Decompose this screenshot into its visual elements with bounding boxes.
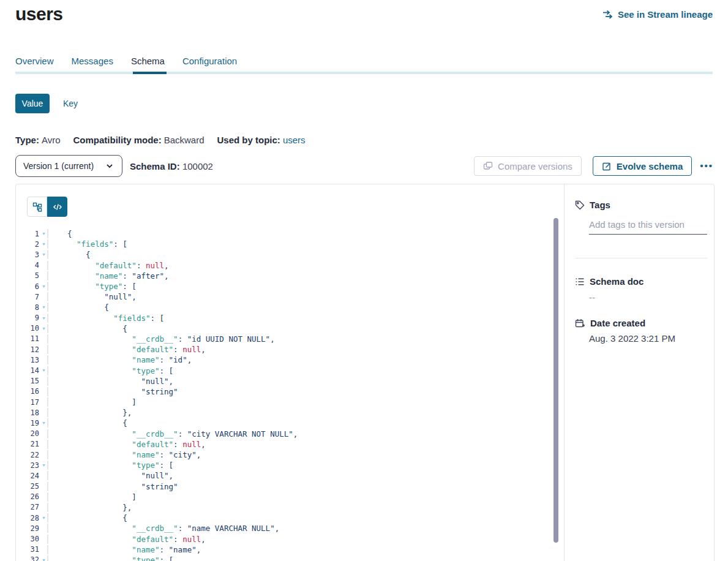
code-text: { <box>47 513 549 522</box>
sidebar-divider <box>575 258 707 258</box>
line-number: 27 <box>16 503 39 511</box>
line-number: 19 <box>16 419 39 427</box>
version-select[interactable]: Version 1 (current) <box>15 155 122 177</box>
line-number: 15 <box>16 377 39 385</box>
code-text: "null", <box>47 471 549 480</box>
schema-doc-header: Schema doc <box>575 276 644 287</box>
code-text: "string" <box>47 387 549 396</box>
code-line: 5 "name": "after", <box>16 271 549 281</box>
code-line: 11 "__crdb__": "id UUID NOT NULL", <box>16 334 549 344</box>
used-by-topic: Used by topic:users <box>217 135 306 145</box>
schema-meta-row: Type:Avro Compatibility mode:Backward Us… <box>15 135 306 145</box>
schema-id: Schema ID: 100002 <box>130 161 213 171</box>
topic-link[interactable]: users <box>283 135 306 145</box>
evolve-schema-button[interactable]: Evolve schema <box>593 156 692 176</box>
code-text: { <box>47 250 549 259</box>
collapse-arrow-icon[interactable]: ▾ <box>40 313 47 323</box>
line-number: 5 <box>16 271 39 280</box>
line-number: 20 <box>16 429 39 438</box>
line-number: 12 <box>16 345 39 354</box>
tab-active-indicator <box>133 72 167 74</box>
code-scrollbar[interactable] <box>554 218 558 543</box>
key-toggle-button[interactable]: Key <box>63 99 78 108</box>
line-number: 7 <box>16 293 39 301</box>
code-text: "name": "name", <box>47 545 549 554</box>
code-view-button[interactable] <box>47 197 67 217</box>
collapse-arrow-icon[interactable]: ▾ <box>40 460 47 470</box>
tab-overview[interactable]: Overview <box>15 56 54 66</box>
version-toolbar: Version 1 (current) Schema ID: 100002 Co… <box>15 155 713 177</box>
line-number: 31 <box>16 545 39 554</box>
value-toggle-button[interactable]: Value <box>15 94 50 113</box>
tab-track <box>15 72 713 74</box>
code-text: "fields": [ <box>47 314 549 323</box>
tab-configuration[interactable]: Configuration <box>182 56 237 66</box>
line-number: 14 <box>16 366 39 375</box>
code-line: 12 "default": null, <box>16 344 549 355</box>
code-text: "string" <box>47 482 549 491</box>
schema-code-panel: 1▾{2▾ "fields": [3▾ {4 "default": null,5… <box>16 184 564 561</box>
line-number: 1 <box>16 230 39 238</box>
code-text: { <box>47 229 549 238</box>
add-tags-input[interactable] <box>589 217 707 235</box>
tree-view-button[interactable] <box>27 197 47 217</box>
code-line: 6▾ "type": [ <box>16 281 549 292</box>
chevron-down-icon <box>105 161 114 171</box>
date-created-title: Date created <box>590 318 645 328</box>
stream-lineage-link[interactable]: See in Stream lineage <box>602 9 713 20</box>
more-options-button[interactable]: ••• <box>700 156 713 176</box>
code-line: 10▾ { <box>16 323 549 334</box>
code-line: 28▾ { <box>16 513 549 523</box>
line-number: 9 <box>16 314 39 322</box>
line-number: 28 <box>16 514 39 522</box>
code-text: "default": null, <box>47 261 549 270</box>
line-number: 30 <box>16 535 39 543</box>
code-line: 29 "__crdb__": "name VARCHAR NULL", <box>16 523 549 533</box>
collapse-arrow-icon[interactable]: ▾ <box>40 323 47 334</box>
collapse-arrow-icon[interactable]: ▾ <box>40 239 47 249</box>
version-select-value: Version 1 (current) <box>23 161 94 171</box>
edit-schema-icon <box>602 161 612 171</box>
line-number: 11 <box>16 334 39 343</box>
compare-versions-icon <box>483 161 493 171</box>
code-text: "name": "city", <box>47 450 549 459</box>
page-title: users <box>15 4 63 24</box>
collapse-arrow-icon[interactable]: ▾ <box>40 302 47 312</box>
code-view-icon <box>53 202 62 212</box>
code-text: "fields": [ <box>47 239 549 249</box>
tab-schema[interactable]: Schema <box>131 56 165 66</box>
calendar-plus-icon <box>575 318 585 328</box>
code-line: 21 "default": null, <box>16 439 549 450</box>
schema-card: 1▾{2▾ "fields": [3▾ {4 "default": null,5… <box>15 184 715 561</box>
code-text: "type": [ <box>47 366 549 375</box>
collapse-arrow-icon[interactable]: ▾ <box>40 418 47 428</box>
collapse-arrow-icon[interactable]: ▾ <box>40 281 47 292</box>
tab-messages[interactable]: Messages <box>72 56 113 66</box>
code-line: 23▾ "type": [ <box>16 460 549 470</box>
code-text: "__crdb__": "id UUID NOT NULL", <box>47 334 549 344</box>
code-text: "null", <box>47 292 549 301</box>
code-text: "default": null, <box>47 345 549 354</box>
tags-title: Tags <box>590 200 610 210</box>
line-number: 4 <box>16 261 39 269</box>
collapse-arrow-icon[interactable]: ▾ <box>40 555 47 561</box>
code-line: 32▾ "type": [ <box>16 555 549 561</box>
code-text: "type": [ <box>47 282 549 291</box>
compare-versions-button[interactable]: Compare versions <box>474 156 582 176</box>
code-line: 15 "null", <box>16 376 549 386</box>
code-line: 4 "default": null, <box>16 260 549 271</box>
collapse-arrow-icon[interactable]: ▾ <box>40 513 47 523</box>
code-text: "name": "id", <box>47 355 549 364</box>
code-line: 17 ] <box>16 397 549 407</box>
collapse-arrow-icon[interactable]: ▾ <box>40 249 47 260</box>
code-text: "__crdb__": "name VARCHAR NULL", <box>47 524 549 533</box>
code-line: 2▾ "fields": [ <box>16 239 549 249</box>
collapse-arrow-icon[interactable]: ▾ <box>40 365 47 375</box>
line-number: 22 <box>16 451 39 459</box>
line-number: 10 <box>16 324 39 333</box>
code-line: 24 "null", <box>16 470 549 481</box>
collapse-arrow-icon[interactable]: ▾ <box>40 228 47 239</box>
code-line: 30 "default": null, <box>16 533 549 544</box>
line-number: 24 <box>16 472 39 480</box>
compatibility-mode: Compatibility mode:Backward <box>73 135 204 145</box>
